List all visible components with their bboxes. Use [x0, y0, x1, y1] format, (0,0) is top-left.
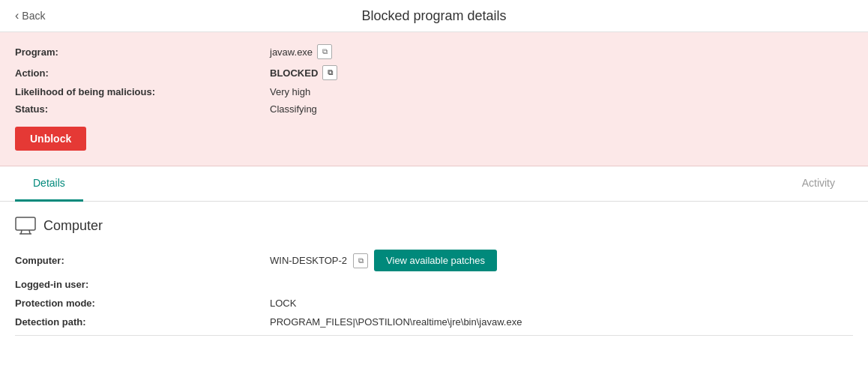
computer-name-link[interactable]: WIN-DESKTOP-2	[270, 255, 347, 266]
status-value: Classifying	[270, 103, 317, 115]
back-label: Back	[22, 10, 45, 22]
detection-value: PROGRAM_FILES|\POSTILION\realtime\jre\bi…	[270, 316, 522, 328]
section-title-text: Computer	[43, 218, 103, 234]
detection-label: Detection path:	[15, 316, 270, 328]
program-value: javaw.exe ⧉	[270, 44, 332, 59]
section-separator	[15, 335, 853, 336]
logged-in-label: Logged-in user:	[15, 279, 270, 290]
computer-detail-value: WIN-DESKTOP-2 ⧉ View available patches	[270, 250, 497, 271]
protection-value: LOCK	[270, 298, 296, 309]
computer-icon	[15, 217, 36, 235]
protection-label: Protection mode:	[15, 298, 270, 309]
details-section: Computer Computer: WIN-DESKTOP-2 ⧉ View …	[0, 202, 868, 351]
header: ‹ Back Blocked program details	[0, 0, 868, 32]
program-name: javaw.exe	[270, 46, 313, 58]
action-text: BLOCKED	[270, 67, 318, 79]
likelihood-row: Likelihood of being malicious: Very high	[15, 86, 853, 97]
program-row: Program: javaw.exe ⧉	[15, 44, 853, 59]
action-value: BLOCKED ⧉	[270, 65, 337, 80]
computer-copy-icon[interactable]: ⧉	[353, 253, 368, 268]
logged-in-row: Logged-in user:	[15, 279, 853, 290]
tab-activity[interactable]: Activity	[784, 166, 853, 202]
view-patches-button[interactable]: View available patches	[374, 250, 497, 271]
unblock-button[interactable]: Unblock	[15, 127, 86, 151]
status-row: Status: Classifying	[15, 103, 853, 115]
tabs-bar: Details Activity	[0, 166, 868, 202]
tab-details[interactable]: Details	[15, 166, 83, 202]
action-row: Action: BLOCKED ⧉	[15, 65, 853, 80]
action-copy-icon[interactable]: ⧉	[322, 65, 337, 80]
back-arrow-icon: ‹	[15, 9, 19, 22]
action-label: Action:	[15, 67, 270, 79]
status-label: Status:	[15, 103, 270, 115]
info-section: Program: javaw.exe ⧉ Action: BLOCKED ⧉ L…	[0, 32, 868, 166]
computer-detail-label: Computer:	[15, 255, 270, 266]
protection-row: Protection mode: LOCK	[15, 298, 853, 309]
computer-row: Computer: WIN-DESKTOP-2 ⧉ View available…	[15, 250, 853, 271]
program-copy-icon[interactable]: ⧉	[317, 44, 332, 59]
detection-row: Detection path: PROGRAM_FILES|\POSTILION…	[15, 316, 853, 328]
back-link[interactable]: ‹ Back	[15, 9, 45, 22]
likelihood-label: Likelihood of being malicious:	[15, 86, 270, 97]
section-title: Computer	[15, 217, 853, 235]
svg-rect-0	[16, 217, 35, 230]
program-label: Program:	[15, 46, 270, 58]
likelihood-value: Very high	[270, 86, 310, 97]
page-title: Blocked program details	[361, 8, 506, 24]
